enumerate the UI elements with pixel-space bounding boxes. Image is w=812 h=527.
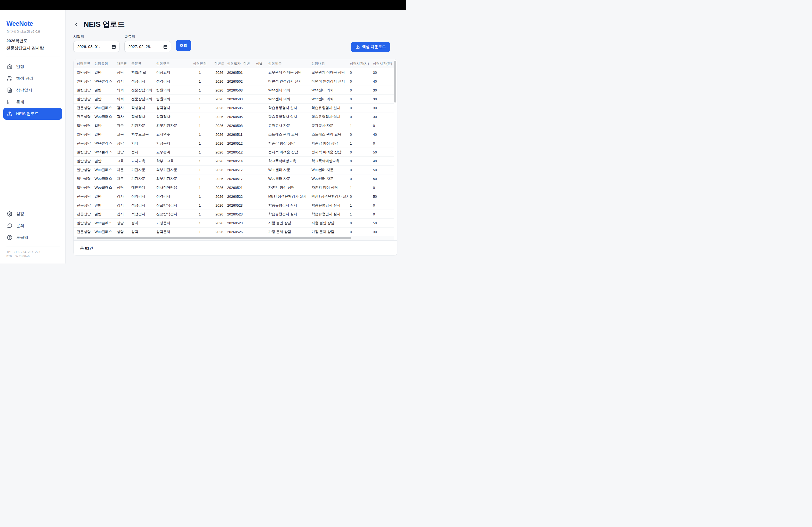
- table-cell: 자존감 향상 상담: [268, 141, 311, 146]
- table-cell: 1: [188, 221, 212, 225]
- table-cell: 학업/진로: [131, 70, 156, 75]
- table-cell: 0: [350, 97, 373, 101]
- table-cell: 기관자문: [131, 167, 156, 172]
- table-cell: 20260502: [227, 79, 243, 84]
- start-date-input[interactable]: 2026. 03. 01.: [73, 41, 119, 52]
- table-cell: 일반: [95, 70, 117, 75]
- table-cell: 2026: [212, 150, 227, 154]
- column-header-4: 중분류: [131, 61, 156, 66]
- table-cell: 기관자문: [131, 123, 156, 128]
- end-date-group: 종료일 2027. 02. 28.: [124, 34, 171, 52]
- table-cell: 일반: [95, 159, 117, 163]
- table-cell: 1: [188, 230, 212, 234]
- table-cell: 전문상담의뢰: [131, 88, 156, 93]
- table-cell: 검사: [117, 79, 131, 84]
- horizontal-scrollbar-thumb[interactable]: [77, 237, 351, 239]
- table-cell: Wee클래스: [95, 176, 117, 181]
- table-cell: 의뢰: [117, 96, 131, 102]
- table-cell: 성격문제: [156, 229, 188, 234]
- sidebar-item-help[interactable]: 도움말: [0, 231, 65, 243]
- search-button[interactable]: 조회: [176, 40, 191, 51]
- table-cell: 20260512: [227, 141, 243, 146]
- sidebar-item-students[interactable]: 학생 관리: [0, 73, 65, 84]
- table-cell: 적성검사: [131, 203, 156, 208]
- table-cell: 학부모교육: [131, 132, 156, 137]
- sidebar-divider: [6, 57, 60, 57]
- table-cell: 검사: [117, 194, 131, 199]
- table-cell: 교우관계 어려움 상담: [268, 70, 311, 75]
- ip-address: IP: 211.234.207.223: [6, 250, 59, 254]
- vertical-scrollbar-thumb[interactable]: [394, 61, 396, 103]
- table-row: 일반상담Wee클래스상담성격가정문제1202620260523시험 불안 상담시…: [74, 219, 394, 228]
- table-cell: 일반: [95, 123, 117, 128]
- table-cell: 학습유형검사 실시: [311, 114, 350, 119]
- sidebar-item-settings[interactable]: 설정: [0, 208, 65, 220]
- app-version: 학교상담시스템 v2.0.9: [6, 30, 59, 34]
- table-cell: 자존감 향상 상담: [311, 185, 350, 190]
- calendar-icon[interactable]: [112, 45, 116, 49]
- table-cell: 스트레스 관리 교육: [268, 132, 311, 137]
- back-button[interactable]: [73, 21, 79, 27]
- table-cell: Wee센터 의뢰: [268, 88, 311, 93]
- table-cell: 정서적 어려움 상담: [268, 150, 311, 154]
- settings-icon: [7, 211, 12, 216]
- sidebar-item-schedule[interactable]: 일정: [0, 61, 65, 73]
- sidebar-item-label: 학생 관리: [16, 76, 33, 81]
- total-count: 81: [85, 246, 89, 250]
- column-header-6: 상담인원: [188, 61, 212, 66]
- table-cell: 일반: [95, 203, 117, 208]
- sidebar-item-label: 일정: [16, 64, 24, 69]
- sidebar-item-statistics[interactable]: 통계: [0, 96, 65, 108]
- table-cell: 성격검사: [156, 79, 188, 84]
- table-cell: 0: [350, 168, 373, 172]
- column-header-2: 상담유형: [95, 61, 117, 66]
- vertical-scrollbar[interactable]: [394, 60, 396, 240]
- table-cell: 일반상담: [77, 96, 95, 102]
- total-prefix: 총: [80, 246, 84, 250]
- horizontal-scrollbar[interactable]: [74, 236, 394, 240]
- table-row: 일반상담일반자문기관자문외부기관자문1202620260508교과교사 자문교과…: [74, 121, 394, 130]
- table-cell: 20260508: [227, 124, 243, 128]
- sidebar-item-neis-upload[interactable]: NEIS 업로드: [3, 108, 62, 120]
- table-cell: 가정문제: [156, 221, 188, 225]
- table-cell: 0: [350, 150, 373, 154]
- column-header-9: 학년: [243, 61, 256, 66]
- table-cell: 학습유형검사 실시: [311, 105, 350, 110]
- table-cell: 일반상담: [77, 221, 95, 225]
- users-icon: [7, 76, 12, 81]
- table-cell: 일반상담: [77, 176, 95, 181]
- sidebar-item-counsel-log[interactable]: 상담일지: [0, 84, 65, 96]
- table-cell: 1: [350, 212, 373, 216]
- end-date-input[interactable]: 2027. 02. 28.: [124, 41, 171, 52]
- column-header-12: 상담내용: [311, 61, 350, 66]
- table-cell: 병원의뢰: [156, 96, 188, 102]
- table-cell: 다면적 인성검사 실시: [268, 79, 311, 84]
- table-cell: 40: [373, 159, 394, 163]
- table-cell: 50: [373, 150, 394, 154]
- start-date-label: 시작일: [73, 34, 119, 39]
- excel-download-button[interactable]: 엑셀 다운로드: [351, 42, 390, 52]
- sidebar-item-inquiry[interactable]: 문의: [0, 220, 65, 231]
- table-cell: 시험 불안 상담: [311, 221, 350, 225]
- table-cell: 성격검사: [156, 194, 188, 199]
- table-cell: 0: [350, 221, 373, 225]
- current-user: 전문상담교사 김사랑: [6, 46, 59, 51]
- table-cell: Wee센터 의뢰: [311, 96, 350, 102]
- table-cell: 1: [188, 133, 212, 137]
- table-cell: 정서: [131, 150, 156, 154]
- table-cell: 교사연수: [156, 132, 188, 137]
- device-id: DID: 5c7b88a0: [6, 254, 59, 259]
- table-cell: 0: [350, 177, 373, 181]
- table-footer: 총 81건: [74, 240, 397, 256]
- chat-icon: [7, 223, 12, 228]
- table-cell: Wee센터 자문: [268, 167, 311, 172]
- table-cell: 성격: [131, 221, 156, 225]
- table-cell: 교육: [117, 159, 131, 163]
- start-date-value: 2026. 03. 01.: [77, 45, 100, 49]
- total-count-line: 총 81건: [80, 246, 93, 251]
- column-header-13: 상담시간(시): [350, 61, 373, 66]
- table-cell: 일반상담: [77, 150, 95, 154]
- table-cell: 1: [188, 79, 212, 84]
- calendar-icon[interactable]: [163, 45, 168, 49]
- table-cell: 성격검사: [156, 114, 188, 119]
